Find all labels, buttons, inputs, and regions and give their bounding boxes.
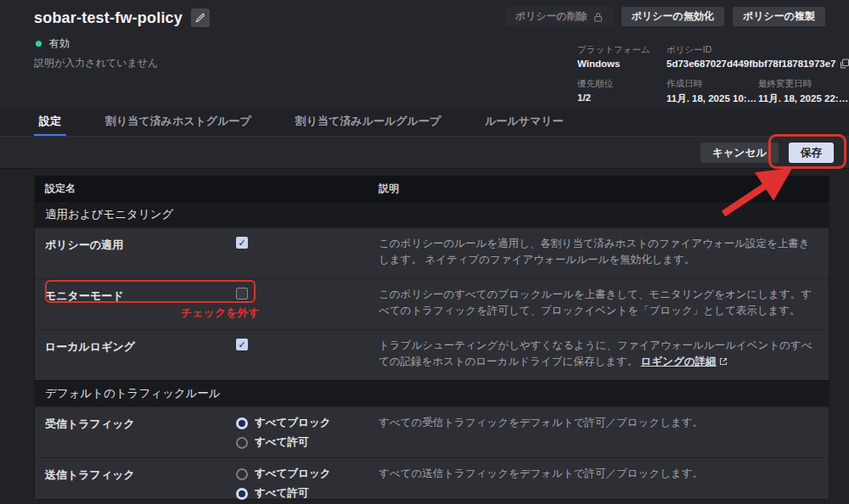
section-enforcement-monitoring: 適用およびモニタリング	[35, 201, 829, 227]
status-label: 有効	[49, 36, 70, 51]
setting-description: すべての送信トラフィックをデフォルトで許可／ブロックします。	[379, 458, 829, 499]
setting-description: トラブルシューティングがしやすくなるように、ファイアウォールルールイベントのすべ…	[379, 330, 829, 380]
policy-id-value: 5d73e687027d449fbbf78f18781973e7	[666, 59, 835, 69]
settings-table: 設定名 説明 適用およびモニタリング ポリシーの適用 ✓ このポリシーのルールを…	[34, 176, 829, 500]
policy-meta: プラットフォーム Windows ポリシーID 5d73e687027d449f…	[577, 44, 849, 105]
disable-policy-button[interactable]: ポリシーの無効化	[621, 7, 724, 26]
precedence-label: 優先順位	[577, 78, 666, 90]
outbound-block-radio[interactable]	[236, 468, 248, 480]
tab-rule-summary[interactable]: ルールサマリー	[480, 110, 569, 134]
setting-label: 送信トラフィック	[35, 458, 236, 499]
row-outbound-traffic: 送信トラフィック すべてブロック すべて許可 すべての送信トラフィックをデフォル…	[35, 457, 829, 499]
column-description: 説明	[379, 182, 829, 196]
section-default-traffic-rules: デフォルトのトラフィックルール	[35, 380, 829, 406]
edit-policy-name-button[interactable]	[191, 8, 210, 27]
duplicate-policy-button[interactable]: ポリシーの複製	[733, 7, 825, 26]
logging-details-link[interactable]: ロギングの詳細	[641, 356, 717, 367]
delete-policy-button[interactable]: ポリシーの削除	[505, 7, 613, 26]
lock-icon	[593, 12, 603, 22]
external-link-icon	[719, 357, 728, 366]
precedence-value: 1/2	[577, 92, 666, 103]
tab-assigned-host-groups[interactable]: 割り当て済みホストグループ	[100, 110, 256, 134]
setting-description: このポリシーのすべてのブロックルールを上書きして、モニタリングをオンにします。す…	[379, 279, 829, 329]
row-monitor-mode: チェックを外す モニターモード このポリシーのすべてのブロックルールを上書きして…	[35, 278, 829, 329]
tab-assigned-rule-groups[interactable]: 割り当て済みルールグループ	[290, 110, 446, 134]
header-actions: ポリシーの削除 ポリシーの無効化 ポリシーの複製	[505, 7, 825, 26]
setting-label: ポリシーの適用	[35, 228, 236, 278]
platform-value: Windows	[577, 59, 666, 69]
tab-bar: 設定 割り当て済みホストグループ 割り当て済みルールグループ ルールサマリー	[34, 110, 569, 136]
row-policy-enforcement: ポリシーの適用 ✓ このポリシーのルールを適用し、各割り当て済みホストのファイア…	[35, 227, 829, 278]
policy-enforcement-checkbox[interactable]: ✓	[236, 237, 248, 249]
inbound-allow-radio[interactable]	[236, 437, 248, 449]
local-logging-checkbox[interactable]: ✓	[236, 339, 248, 350]
status-enabled-dot	[36, 41, 42, 47]
policy-id-label: ポリシーID	[666, 44, 849, 56]
table-header: 設定名 説明	[35, 176, 829, 201]
cancel-button[interactable]: キャンセル	[700, 143, 779, 163]
created-value: 11月. 18, 2025 10:…	[666, 92, 758, 105]
page-title: sobar-test-fw-policy	[34, 9, 183, 27]
policy-description: 説明が入力されていません	[34, 56, 158, 70]
monitor-mode-checkbox[interactable]	[236, 288, 248, 300]
tab-settings[interactable]: 設定	[34, 110, 66, 137]
row-inbound-traffic: 受信トラフィック すべてブロック すべて許可 すべての受信トラフィックをデフォル…	[35, 406, 829, 457]
created-label: 作成日時	[666, 78, 758, 90]
page-header: sobar-test-fw-policy 有効 説明が入力されていません ポリシ…	[0, 0, 849, 110]
setting-description: すべての受信トラフィックをデフォルトで許可／ブロックします。	[379, 407, 829, 457]
setting-label: ローカルロギング	[35, 330, 236, 380]
modified-label: 最終変更日時	[758, 78, 849, 90]
setting-label: モニターモード	[35, 279, 236, 329]
inbound-block-radio[interactable]	[236, 417, 248, 429]
column-setting-name: 設定名	[35, 182, 379, 196]
setting-label: 受信トラフィック	[35, 407, 236, 457]
pencil-icon	[195, 13, 205, 23]
copy-policy-id-icon[interactable]	[840, 59, 849, 69]
outbound-allow-radio[interactable]	[236, 488, 248, 500]
platform-label: プラットフォーム	[577, 44, 666, 56]
save-action-bar: キャンセル 保存	[0, 136, 849, 169]
modified-value: 11月. 18, 2025 22:…	[758, 92, 849, 105]
setting-description: このポリシーのルールを適用し、各割り当て済みホストのファイアウォール設定を上書き…	[379, 228, 829, 278]
row-local-logging: ローカルロギング ✓ トラブルシューティングがしやすくなるように、ファイアウォー…	[35, 329, 829, 380]
save-button[interactable]: 保存	[789, 143, 834, 163]
